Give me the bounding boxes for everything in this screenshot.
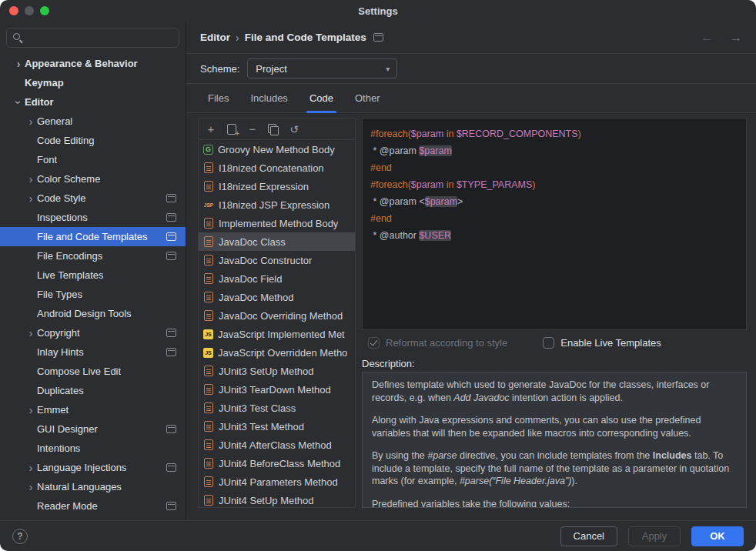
- remove-template-icon[interactable]: [246, 122, 259, 136]
- chevron-right-icon[interactable]: ›: [12, 58, 25, 70]
- sidebar-item-intentions[interactable]: Intentions: [0, 439, 186, 458]
- duplicate-template-icon[interactable]: [266, 122, 280, 136]
- create-child-template-icon[interactable]: [225, 122, 239, 136]
- tab-code[interactable]: Code: [305, 84, 338, 112]
- sidebar-item-file-and-code-templates[interactable]: File and Code Templates: [0, 227, 186, 246]
- code-line: * @author $USER: [370, 227, 746, 244]
- sidebar-item-label: Language Injections: [37, 462, 126, 473]
- apply-button[interactable]: Apply: [628, 526, 681, 546]
- sidebar-item-keymap[interactable]: Keymap: [0, 73, 186, 92]
- zoom-window-button[interactable]: [40, 6, 49, 15]
- template-list-item-javascript-implemented-met[interactable]: JSJavaScript Implemented Met: [199, 325, 355, 343]
- chevron-right-icon[interactable]: ›: [25, 404, 37, 416]
- template-template-icon: [203, 402, 214, 413]
- template-name: JUnit3 Test Class: [219, 402, 296, 414]
- breadcrumb-editor[interactable]: Editor: [200, 32, 230, 43]
- minimize-window-button: [25, 6, 34, 15]
- template-list-item-implemented-method-body[interactable]: Implemented Method Body: [199, 214, 355, 232]
- sidebar-item-code-editing[interactable]: Code Editing: [0, 131, 186, 150]
- sidebar-item-copyright[interactable]: ›Copyright: [0, 323, 186, 342]
- forward-button[interactable]: →: [730, 31, 742, 45]
- sidebar-item-general[interactable]: ›General: [0, 112, 186, 131]
- template-list-item-javadoc-overriding-method[interactable]: JavaDoc Overriding Method: [199, 306, 355, 325]
- template-list-item-javadoc-class[interactable]: JavaDoc Class: [199, 232, 355, 251]
- sidebar-item-color-scheme[interactable]: ›Color Scheme: [0, 169, 186, 189]
- code-line: #foreach($param in $TYPE_PARAMS): [370, 176, 746, 193]
- template-editor[interactable]: #foreach($param in $RECORD_COMPONENTS) *…: [362, 118, 747, 330]
- description-label: Description:: [362, 355, 747, 372]
- description-panel[interactable]: Defines template which used to generate …: [362, 372, 747, 508]
- cancel-button[interactable]: Cancel: [560, 526, 617, 546]
- template-list-item-junit3-test-method[interactable]: JUnit3 Test Method: [199, 417, 355, 436]
- template-template-icon: [203, 421, 214, 432]
- close-window-button[interactable]: [9, 6, 18, 15]
- enable-live-templates-checkbox[interactable]: Enable Live Templates: [543, 337, 661, 349]
- code-token: * @param: [370, 145, 419, 156]
- reset-to-default-icon[interactable]: [287, 122, 301, 136]
- breadcrumb-file-and-code-templates[interactable]: File and Code Templates: [245, 32, 366, 43]
- code-token: ): [578, 129, 581, 139]
- help-button[interactable]: ?: [12, 529, 28, 544]
- sidebar-item-appearance-behavior[interactable]: ›Appearance & Behavior: [0, 54, 186, 73]
- template-name: JUnit4 Parameters Method: [219, 476, 338, 488]
- template-list-item-junit3-test-class[interactable]: JUnit3 Test Class: [199, 399, 355, 417]
- sidebar-item-reader-mode[interactable]: Reader Mode: [0, 496, 186, 516]
- chevron-right-icon[interactable]: ›: [25, 327, 37, 339]
- sidebar-item-gui-designer[interactable]: GUI Designer: [0, 419, 186, 439]
- scheme-select[interactable]: Project ▾: [247, 58, 397, 78]
- sidebar-item-font[interactable]: Font: [0, 150, 186, 169]
- sidebar-item-natural-languages[interactable]: ›Natural Languages: [0, 477, 186, 496]
- chevron-right-icon[interactable]: ›: [25, 192, 37, 205]
- chevron-right-icon[interactable]: ›: [25, 115, 37, 128]
- scheme-selected-value: Project: [256, 63, 286, 75]
- chevron-right-icon[interactable]: ›: [25, 462, 37, 474]
- template-list-item-javadoc-method[interactable]: JavaDoc Method: [199, 288, 355, 306]
- template-list-item-javascript-overridden-metho[interactable]: JSJavaScript Overridden Metho: [199, 343, 355, 362]
- sidebar-item-label: General: [37, 115, 72, 127]
- template-list-item-junit3-teardown-method[interactable]: JUnit3 TearDown Method: [199, 380, 355, 399]
- sidebar-item-compose-live-edit[interactable]: Compose Live Edit: [0, 362, 186, 381]
- template-list-item-i18nized-expression[interactable]: I18nized Expression: [199, 177, 355, 195]
- sidebar-item-inlay-hints[interactable]: Inlay Hints: [0, 342, 186, 362]
- template-list-item-i18nized-concatenation[interactable]: I18nized Concatenation: [199, 159, 355, 177]
- sidebar-item-android-design-tools[interactable]: Android Design Tools: [0, 304, 186, 323]
- reformat-checkbox-label: Reformat according to style: [386, 337, 507, 349]
- template-list-item-junit4-parameters-method[interactable]: JUnit4 Parameters Method: [199, 473, 355, 491]
- code-token: * @param <: [370, 196, 425, 207]
- chevron-right-icon[interactable]: ›: [25, 481, 37, 493]
- settings-search-input[interactable]: [6, 28, 179, 48]
- sidebar-item-code-style[interactable]: ›Code Style: [0, 189, 186, 208]
- sidebar-item-language-injections[interactable]: ›Language Injections: [0, 458, 186, 477]
- template-detail-panel: #foreach($param in $RECORD_COMPONENTS) *…: [362, 118, 747, 508]
- add-template-icon[interactable]: [204, 122, 218, 136]
- code-line: #end: [370, 210, 746, 227]
- template-list-item-javadoc-constructor[interactable]: JavaDoc Constructor: [199, 251, 355, 269]
- sidebar-item-editor[interactable]: ›Editor: [0, 92, 186, 112]
- template-list-item-i18nized-jsp-expression[interactable]: JSPI18nized JSP Expression: [199, 195, 355, 214]
- description-text: #parse(“File Header.java”): [460, 476, 571, 486]
- template-name: JUnit3 Test Method: [219, 421, 304, 432]
- description-text: Add Javadoc: [453, 392, 509, 403]
- chevron-right-icon[interactable]: ›: [25, 173, 37, 185]
- sidebar-item-file-encodings[interactable]: File Encodings: [0, 246, 186, 265]
- template-list-item-junit4-afterclass-method[interactable]: JUnit4 AfterClass Method: [199, 436, 355, 454]
- sidebar-item-file-types[interactable]: File Types: [0, 285, 186, 304]
- reformat-checkbox[interactable]: Reformat according to style: [368, 337, 507, 349]
- template-list-item-junit4-beforeclass-method[interactable]: JUnit4 BeforeClass Method: [199, 454, 355, 473]
- template-list-item-junit3-setup-method[interactable]: JUnit3 SetUp Method: [199, 362, 355, 380]
- template-list[interactable]: GGroovy New Method BodyI18nized Concaten…: [199, 140, 355, 507]
- tab-includes[interactable]: Includes: [246, 84, 292, 112]
- template-list-item-junit4-setup-method[interactable]: JUnit4 SetUp Method: [199, 491, 355, 507]
- ok-button[interactable]: OK: [691, 526, 744, 546]
- template-list-item-groovy-new-method-body[interactable]: GGroovy New Method Body: [199, 140, 355, 159]
- chevron-down-icon[interactable]: ›: [12, 96, 25, 109]
- back-button[interactable]: ←: [701, 31, 713, 45]
- sidebar-item-duplicates[interactable]: Duplicates: [0, 381, 186, 400]
- template-list-item-javadoc-field[interactable]: JavaDoc Field: [199, 269, 355, 288]
- tab-other[interactable]: Other: [350, 84, 385, 112]
- tab-files[interactable]: Files: [203, 84, 233, 112]
- sidebar-item-inspections[interactable]: Inspections: [0, 208, 186, 227]
- template-name: JUnit4 AfterClass Method: [219, 439, 332, 451]
- sidebar-item-live-templates[interactable]: Live Templates: [0, 265, 186, 285]
- sidebar-item-emmet[interactable]: ›Emmet: [0, 400, 186, 419]
